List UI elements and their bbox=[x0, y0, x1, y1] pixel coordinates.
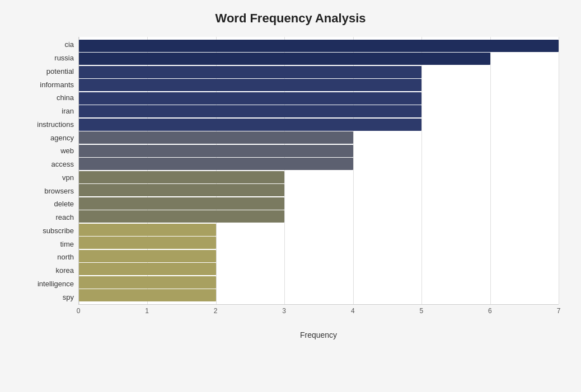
y-label: agency bbox=[22, 134, 74, 141]
bar-row bbox=[79, 79, 559, 92]
bar-row bbox=[79, 171, 559, 184]
bar-row bbox=[79, 210, 559, 224]
y-label: delete bbox=[22, 200, 74, 207]
bar bbox=[79, 237, 216, 249]
bar-row bbox=[79, 276, 559, 289]
y-labels: ciarussiapotentialinformantschinairanins… bbox=[22, 37, 78, 305]
y-label: russia bbox=[22, 54, 74, 62]
bar-row bbox=[79, 197, 559, 210]
x-axis-label: Frequency bbox=[78, 330, 559, 339]
y-label: time bbox=[22, 240, 74, 248]
bar-row bbox=[79, 223, 559, 237]
bar bbox=[79, 224, 216, 236]
bar bbox=[79, 40, 559, 52]
y-label: browsers bbox=[22, 187, 74, 195]
y-label: china bbox=[22, 94, 74, 101]
y-label: access bbox=[22, 160, 74, 168]
y-label: reach bbox=[22, 214, 74, 221]
chart-container: Word Frequency Analysis ciarussiapotenti… bbox=[0, 0, 581, 392]
y-label: informants bbox=[22, 81, 74, 88]
bar-row bbox=[79, 65, 559, 79]
bar bbox=[79, 276, 216, 289]
bar-row bbox=[79, 105, 559, 119]
x-tick: 2 bbox=[214, 307, 218, 315]
bar-row bbox=[79, 249, 559, 263]
y-label: intelligence bbox=[22, 280, 74, 287]
x-axis: 01234567 bbox=[78, 307, 559, 318]
bar-row bbox=[79, 39, 559, 53]
bar-row bbox=[79, 158, 559, 171]
bar bbox=[79, 263, 216, 275]
y-label: potential bbox=[22, 68, 74, 75]
y-label: subscribe bbox=[22, 227, 74, 234]
bar bbox=[79, 184, 284, 196]
bar-row bbox=[79, 237, 559, 250]
y-label: web bbox=[22, 147, 74, 154]
bar-row bbox=[79, 92, 559, 105]
x-tick: 1 bbox=[145, 307, 149, 315]
y-label: korea bbox=[22, 267, 74, 274]
bar bbox=[79, 105, 421, 117]
bar-row bbox=[79, 53, 559, 66]
y-label: cia bbox=[22, 41, 74, 48]
bar bbox=[79, 210, 284, 223]
x-tick: 0 bbox=[77, 307, 81, 315]
chart-area: ciarussiapotentialinformantschinairanins… bbox=[22, 37, 559, 339]
y-label: instructions bbox=[22, 121, 74, 128]
plot-area: ciarussiapotentialinformantschinairanins… bbox=[22, 37, 559, 305]
bar bbox=[79, 289, 216, 301]
bar bbox=[79, 79, 421, 91]
x-tick: 6 bbox=[488, 307, 492, 315]
bar-row bbox=[79, 184, 559, 197]
bar-row bbox=[79, 289, 559, 303]
bar-row bbox=[79, 263, 559, 276]
bar bbox=[79, 250, 216, 262]
x-tick: 3 bbox=[282, 307, 286, 315]
y-label: north bbox=[22, 253, 74, 261]
chart-title: Word Frequency Analysis bbox=[22, 11, 559, 26]
bar bbox=[79, 158, 353, 170]
bar bbox=[79, 197, 284, 210]
x-tick: 5 bbox=[420, 307, 424, 315]
y-label: vpn bbox=[22, 174, 74, 181]
x-tick: 4 bbox=[351, 307, 355, 315]
bar-row bbox=[79, 131, 559, 145]
grid-line bbox=[559, 37, 559, 304]
bar bbox=[79, 53, 490, 65]
bar bbox=[79, 119, 421, 131]
bar bbox=[79, 171, 284, 183]
bars-and-grid bbox=[78, 37, 559, 305]
x-tick: 7 bbox=[557, 307, 561, 315]
bar bbox=[79, 66, 421, 78]
bars-container bbox=[79, 37, 559, 304]
bar bbox=[79, 131, 353, 144]
bar-row bbox=[79, 144, 559, 158]
y-label: spy bbox=[22, 294, 74, 301]
bar bbox=[79, 92, 421, 105]
bar bbox=[79, 145, 353, 157]
bar-row bbox=[79, 118, 559, 131]
y-label: iran bbox=[22, 107, 74, 115]
